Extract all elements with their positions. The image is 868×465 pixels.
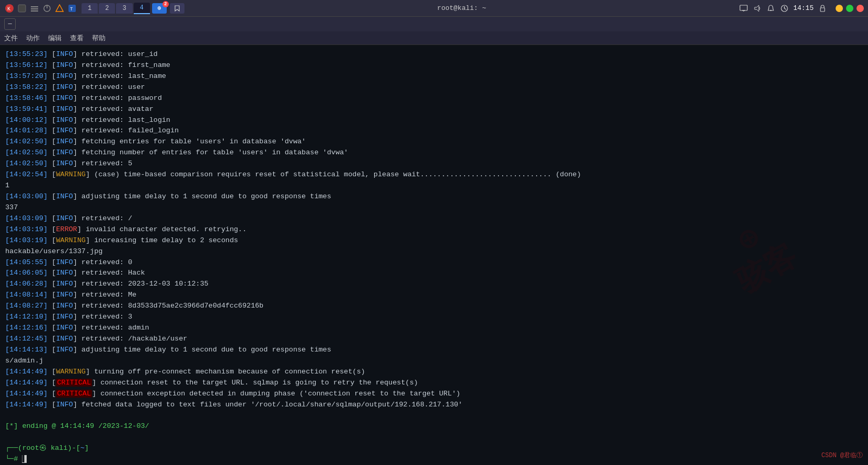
window-title: root@kali: ~ <box>437 4 487 12</box>
clock-display: 14:15 <box>793 4 814 12</box>
notification-icon <box>766 4 776 13</box>
svg-rect-12 <box>740 5 747 10</box>
svg-line-19 <box>784 8 786 9</box>
volume-icon <box>753 4 762 13</box>
menu-view[interactable]: 查看 <box>70 33 84 43</box>
maximize-button[interactable] <box>846 5 853 12</box>
taskbar-icon-2[interactable] <box>29 3 40 14</box>
taskbar-icon-3[interactable] <box>42 3 52 14</box>
new-tab-button[interactable]: ⊕ 2 <box>152 3 167 14</box>
svg-rect-2 <box>18 5 26 12</box>
svg-rect-3 <box>31 6 38 7</box>
csdn-badge: CSDN @君临① <box>821 451 863 460</box>
tab-2[interactable]: 2 <box>99 3 115 14</box>
terminal-output: [13:55:23] [INFO] retrieved: user_id [13… <box>5 49 863 465</box>
titlebar-right: 14:15 <box>739 4 864 13</box>
minimize-button[interactable] <box>836 5 843 12</box>
menu-action[interactable]: 动作 <box>26 33 40 43</box>
taskbar-icon-1[interactable] <box>17 3 27 14</box>
svg-text:T: T <box>70 7 73 12</box>
taskbar-icon-4[interactable] <box>54 3 65 14</box>
lock-icon <box>818 4 827 13</box>
terminal-area[interactable]: [13:55:23] [INFO] retrieved: user_id [13… <box>0 45 868 465</box>
tab-3[interactable]: 3 <box>116 3 132 14</box>
app-icon: K <box>4 3 15 14</box>
svg-rect-5 <box>31 10 38 12</box>
close-button[interactable] <box>857 5 864 12</box>
actionbar: — <box>0 17 868 31</box>
tab-1[interactable]: 1 <box>82 3 98 14</box>
svg-marker-8 <box>56 5 63 12</box>
svg-rect-4 <box>31 8 38 9</box>
titlebar: K T 1 2 3 4 ⊕ 2 <box>0 0 868 17</box>
tab-4[interactable]: 4 <box>134 3 150 14</box>
bookmark-button[interactable] <box>170 3 184 14</box>
minimize-btn[interactable]: — <box>4 18 16 30</box>
titlebar-left: K T 1 2 3 4 ⊕ 2 <box>4 3 184 14</box>
tab-extras: ⊕ 2 <box>152 3 184 14</box>
terminal-tabs: 1 2 3 4 <box>82 3 150 14</box>
svg-marker-11 <box>175 6 179 11</box>
clock-icon <box>780 4 789 13</box>
title-text: root@kali: ~ <box>437 4 487 12</box>
menu-help[interactable]: 帮助 <box>92 33 106 43</box>
svg-marker-15 <box>755 5 759 12</box>
menubar: 文件 动作 编辑 查看 帮助 <box>0 31 868 45</box>
menu-edit[interactable]: 编辑 <box>48 33 62 43</box>
monitor-icon <box>739 4 748 13</box>
window-controls <box>836 5 864 12</box>
svg-rect-20 <box>820 8 825 12</box>
menu-file[interactable]: 文件 <box>4 33 18 43</box>
taskbar-icon-5[interactable]: T <box>67 3 77 14</box>
svg-text:K: K <box>7 6 10 12</box>
